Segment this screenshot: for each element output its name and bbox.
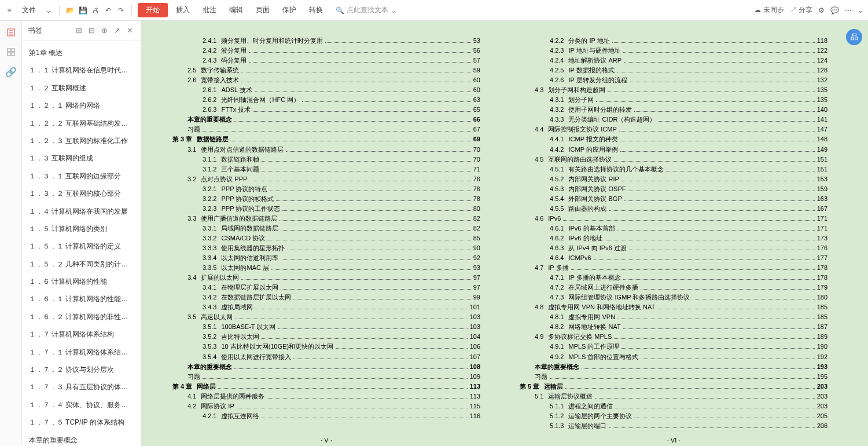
bookmark-item[interactable]: １．６．１ 计算机网络的性能指标: [22, 290, 141, 308]
toc-page: 70: [473, 145, 480, 155]
toc-number: 3.1.1: [203, 155, 216, 164]
toc-number: 2.6: [187, 75, 196, 85]
bookmark-expand-icon[interactable]: ⊞: [73, 25, 84, 36]
toc-text: 频分复用、时分复用和统计时分复用: [221, 36, 323, 46]
bookmark-item[interactable]: １．３．１ 互联网的边缘部分: [22, 167, 141, 185]
toc-page: 185: [817, 312, 827, 322]
tab-start[interactable]: 开始: [138, 3, 168, 17]
save-icon[interactable]: 💾: [78, 6, 87, 15]
toc-text: 虚拟局域网: [221, 302, 253, 312]
toc-leader: [621, 348, 814, 349]
tab-insert[interactable]: 插入: [171, 3, 194, 17]
toc-page: 167: [817, 204, 827, 214]
bookmark-item[interactable]: 本章的重要概念: [22, 432, 141, 446]
bookmark-item[interactable]: １．７．２ 协议与划分层次: [22, 361, 141, 378]
toc-row: 4.4.2ICMP 的应用举例149: [520, 145, 827, 155]
bookmark-item[interactable]: １．２．３ 互联网的标准化工作: [22, 132, 141, 149]
bookmark-item[interactable]: １．７．１ 计算机网络体系结构的形成: [22, 343, 141, 361]
toc-row: 本章的重要概念108: [172, 362, 480, 372]
toc-leader: [605, 240, 815, 240]
bookmark-close-icon[interactable]: ✕: [124, 25, 135, 36]
toc-leader: [614, 161, 814, 162]
tab-protect[interactable]: 保护: [278, 3, 301, 17]
toc-number: 4.9.2: [550, 352, 564, 362]
toc-text: CSMA/CD 协议: [221, 233, 265, 243]
search-box[interactable]: 🔍 点此查找文本 ⌄: [336, 5, 396, 15]
toc-number: 4.3.1: [550, 95, 564, 105]
bookmark-item[interactable]: 第1章 概述: [22, 44, 141, 61]
toc-leader: [596, 101, 814, 102]
document-viewport[interactable]: 2.4.1频分复用、时分复用和统计时分复用532.4.2波分复用562.4.3码…: [141, 21, 868, 446]
toc-leader: [249, 181, 470, 181]
tab-annotate[interactable]: 批注: [198, 3, 221, 17]
print-icon[interactable]: 🖨: [91, 6, 100, 15]
tab-convert[interactable]: 转换: [304, 3, 328, 17]
toc-row: 5.1.3运输层的端口206: [520, 421, 827, 431]
bookmark-item[interactable]: １．３．２ 互联网的核心部分: [22, 185, 141, 202]
gear-icon[interactable]: ⚙: [818, 6, 825, 14]
toc-text: 在数据链路层扩展以太网: [221, 293, 291, 302]
thumbnails-icon[interactable]: [5, 46, 17, 58]
chevron-down-icon[interactable]: ⌄: [44, 6, 53, 15]
chat-icon[interactable]: 💬: [830, 6, 839, 14]
toc-row: 4.3.1划分子网135: [520, 95, 827, 105]
more-icon[interactable]: ⋯: [845, 6, 852, 14]
toc-number: 3.5.4: [203, 352, 216, 362]
toc-leader: [629, 250, 815, 250]
tab-page[interactable]: 页面: [251, 3, 274, 17]
toc-row: 4.9.2MPLS 首部的位置与格式192: [520, 352, 827, 362]
bookmark-item[interactable]: １．６ 计算机网络的性能: [22, 273, 141, 290]
menu-icon[interactable]: ≡: [5, 6, 14, 15]
bookmark-item[interactable]: １．３ 互联网的组成: [22, 149, 141, 167]
svg-rect-7: [12, 53, 14, 56]
collapse-icon[interactable]: ⌄: [858, 6, 863, 14]
bookmark-item[interactable]: １．７．５ TCP/IP 的体系结构: [22, 414, 141, 431]
bookmark-add-icon[interactable]: ⊕: [99, 25, 109, 36]
redo-icon[interactable]: ↷: [116, 6, 126, 15]
toc-row: 3.3使用广播信道的数据链路层82: [172, 214, 480, 224]
toc-text: 网络层: [197, 382, 216, 392]
toc-page: 106: [470, 342, 480, 352]
bookmark-item[interactable]: １．７．４ 实体、协议、服务和服务访问点: [22, 396, 141, 414]
sync-status[interactable]: ☁ 未同步: [754, 5, 784, 15]
toc-row: 4.2.3IP 地址与硬件地址122: [520, 46, 827, 56]
bookmark-item[interactable]: １．４ 计算机网络在我国的发展: [22, 203, 141, 220]
bookmark-goto-icon[interactable]: ↗: [112, 25, 122, 36]
bookmark-item[interactable]: １．６．２ 计算机网络的非性能特征: [22, 308, 141, 326]
toc-page: 193: [817, 362, 827, 372]
assistant-badge[interactable]: 品: [846, 29, 862, 45]
undo-icon[interactable]: ↶: [104, 6, 113, 15]
tab-edit[interactable]: 编辑: [225, 3, 248, 17]
bookmarks-list[interactable]: 第1章 概述１．１ 计算机网络在信息时代中的作用１．２ 互联网概述１．２．１ 网…: [22, 41, 141, 446]
bookmark-item[interactable]: １．７．３ 具有五层协议的体系结构: [22, 378, 141, 396]
open-icon[interactable]: 📂: [65, 6, 75, 15]
bookmarks-icon[interactable]: [5, 27, 17, 38]
bookmark-item[interactable]: １．１ 计算机网络在信息时代中的作用: [22, 61, 141, 79]
toc-leader: [612, 42, 815, 43]
toc-leader: [657, 309, 814, 309]
attachment-icon[interactable]: 🔗: [5, 66, 17, 78]
toc-row: 3.3.5以太网的MAC 层93: [172, 263, 480, 273]
toc-number: 4.3: [535, 85, 543, 95]
bookmark-item[interactable]: １．５ 计算机网络的类别: [22, 220, 141, 237]
bookmark-item[interactable]: １．２．１ 网络的网络: [22, 97, 141, 114]
toc-page: 149: [817, 145, 827, 155]
file-menu[interactable]: 文件: [17, 3, 41, 17]
toc-text: 运输层的端口: [568, 421, 606, 431]
bookmark-item[interactable]: １．２ 互联网概述: [22, 79, 141, 97]
toc-page: 173: [817, 233, 827, 243]
bookmark-item[interactable]: １．２．２ 互联网基础结构发展的三个…: [22, 115, 141, 132]
toc-number: 2.6.3: [203, 105, 216, 115]
toc-leader: [276, 200, 470, 201]
share-button[interactable]: ↗ 分享: [790, 5, 812, 15]
bookmark-collapse-icon[interactable]: ⊟: [86, 25, 97, 36]
toc-text: 局域网的数据链路层: [221, 224, 278, 233]
bookmark-item[interactable]: １．５．１ 计算机网络的定义: [22, 237, 141, 255]
toc-text: 吉比特以太网: [221, 332, 259, 342]
toc-page: 141: [817, 115, 827, 125]
toc-number: 3.3.5: [203, 263, 216, 273]
toc-row: 3.2.3PPP 协议的工作状态80: [172, 204, 480, 214]
bookmark-item[interactable]: １．７ 计算机网络体系结构: [22, 326, 141, 343]
bookmark-item[interactable]: １．５．２ 几种不同类别的计算机网络: [22, 255, 141, 273]
toc-leader: [286, 151, 470, 152]
